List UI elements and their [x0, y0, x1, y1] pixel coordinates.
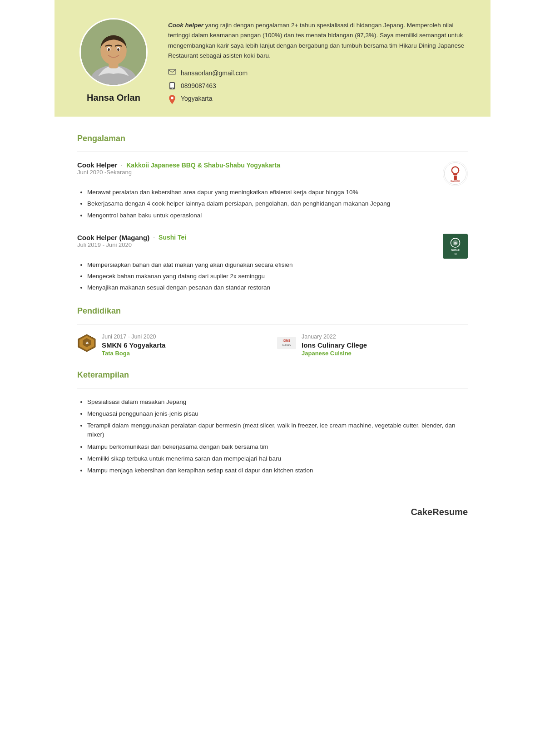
job-bullets-1: Merawat peralatan dan kebersihan area da… — [77, 188, 468, 220]
brand-logo: CakeResume — [411, 507, 468, 517]
phone-item: 0899087463 — [168, 82, 468, 90]
skill-item-1: Spesialisasi dalam masakan Jepang — [87, 398, 468, 407]
phone-value: 0899087463 — [181, 82, 216, 89]
job-bullet-1-2: Bekerjasama dengan 4 cook helper lainnya… — [87, 199, 468, 208]
main-content: Pengalaman Cook Helper · Kakkoii Japanes… — [54, 117, 490, 502]
job-logo-1: KAKKOII — [443, 161, 468, 186]
edu-major-1: Tata Boga — [102, 350, 165, 357]
skills-title: Keterampilan — [77, 370, 468, 380]
edu-school-2: Ions Culinary Cllege — [302, 341, 367, 349]
job-block-1: Cook Helper · Kakkoii Japanese BBQ & Sha… — [77, 161, 468, 220]
email-value: hansaorlan@gmail.com — [181, 69, 248, 77]
job-company-2: Sushi Tei — [159, 234, 186, 241]
edu-info-2: January 2022 Ions Culinary Cllege Japane… — [302, 334, 367, 357]
location-icon — [168, 94, 176, 103]
job-dot-1: · — [121, 162, 123, 169]
header-right: Cook helper yang rajin dengan pengalaman… — [168, 18, 468, 103]
job-bullet-1-1: Merawat peralatan dan kebersihan area da… — [87, 188, 468, 197]
skill-item-6: Mampu menjaga kebersihan dan kerapihan s… — [87, 466, 468, 475]
svg-text:TEI: TEI — [454, 252, 457, 255]
svg-text:Culinary: Culinary — [282, 344, 291, 346]
svg-rect-10 — [170, 83, 174, 88]
education-title: Pendidikan — [77, 306, 468, 316]
job-date-1: Juni 2020 -Sekarang — [77, 169, 280, 176]
job-title-line-2: Cook Helper (Magang) · Sushi Tei — [77, 234, 186, 241]
location-item: Yogyakarta — [168, 94, 468, 103]
brand-part2: Resume — [432, 507, 468, 517]
svg-point-7 — [117, 48, 119, 51]
job-title-area-1: Cook Helper · Kakkoii Japanese BBQ & Sha… — [77, 161, 280, 180]
person-name: Hansa Orlan — [87, 93, 140, 103]
job-header-2: Cook Helper (Magang) · Sushi Tei Juli 20… — [77, 234, 468, 259]
job-title-1: Cook Helper — [77, 161, 117, 169]
edu-block-2: IONS Culinary January 2022 Ions Culinary… — [277, 334, 468, 357]
job-bullet-2-3: Menyajikan makanan sesuai dengan pesanan… — [87, 283, 468, 292]
edu-block-1: ☘ Juni 2017 - Juni 2020 SMKN 6 Yogyakart… — [77, 334, 268, 357]
edu-school-1: SMKN 6 Yogyakarta — [102, 341, 165, 349]
experience-title: Pengalaman — [77, 134, 468, 143]
job-header-1: Cook Helper · Kakkoii Japanese BBQ & Sha… — [77, 161, 468, 186]
footer: CakeResume — [54, 502, 490, 526]
contact-list: hansaorlan@gmail.com 0899087463 — [168, 69, 468, 103]
svg-text:☘: ☘ — [85, 341, 89, 345]
job-block-2: Cook Helper (Magang) · Sushi Tei Juli 20… — [77, 234, 468, 293]
svg-text:SUSHI: SUSHI — [451, 249, 460, 251]
skills-list: Spesialisasi dalam masakan Jepang Mengua… — [77, 398, 468, 476]
skill-item-4: Mampu berkomunikasi dan bekerjasama deng… — [87, 442, 468, 452]
skill-item-5: Memiliki sikap terbuka untuk menerima sa… — [87, 454, 468, 463]
job-bullets-2: Mempersiapkan bahan dan alat makan yang … — [77, 260, 468, 293]
skills-divider — [77, 388, 468, 388]
edu-info-1: Juni 2017 - Juni 2020 SMKN 6 Yogyakarta … — [102, 334, 165, 357]
job-title-area-2: Cook Helper (Magang) · Sushi Tei Juli 20… — [77, 234, 186, 253]
education-grid: ☘ Juni 2017 - Juni 2020 SMKN 6 Yogyakart… — [77, 334, 468, 357]
brand-part1: Cake — [411, 507, 432, 517]
skills-section: Keterampilan Spesialisasi dalam masakan … — [77, 370, 468, 476]
header-section: Hansa Orlan Cook helper yang rajin denga… — [54, 0, 490, 117]
svg-rect-8 — [168, 69, 176, 74]
edu-date-2: January 2022 — [302, 334, 367, 340]
job-company-1: Kakkoii Japanese BBQ & Shabu-Shabu Yogya… — [126, 162, 280, 169]
education-divider — [77, 324, 468, 324]
skill-item-2: Menguasai penggunaan jenis-jenis pisau — [87, 409, 468, 418]
svg-text:KAKKOII: KAKKOII — [451, 180, 460, 182]
job-dot-2: · — [153, 234, 155, 241]
header-left: Hansa Orlan — [77, 18, 150, 103]
svg-text:寿: 寿 — [453, 242, 457, 245]
job-title-line-1: Cook Helper · Kakkoii Japanese BBQ & Sha… — [77, 161, 280, 169]
svg-rect-17 — [454, 176, 457, 180]
job-logo-2: 寿 SUSHI TEI — [443, 234, 468, 259]
phone-icon — [168, 82, 176, 90]
experience-divider — [77, 152, 468, 152]
summary-bold: Cook helper — [168, 22, 203, 29]
location-value: Yogyakarta — [181, 95, 213, 102]
job-date-2: Juli 2019 - Juni 2020 — [77, 241, 186, 248]
job-bullet-2-2: Mengecek bahan makanan yang datang dari … — [87, 272, 468, 281]
summary-rest: yang rajin dengan pengalaman 2+ tahun sp… — [168, 22, 464, 59]
avatar — [79, 18, 148, 86]
svg-text:IONS: IONS — [283, 339, 291, 342]
experience-section: Pengalaman Cook Helper · Kakkoii Japanes… — [77, 134, 468, 293]
job-title-2: Cook Helper (Magang) — [77, 234, 149, 241]
edu-major-2: Japanese Cuisine — [302, 350, 367, 357]
summary-text: Cook helper yang rajin dengan pengalaman… — [168, 20, 468, 61]
skill-item-3: Terampil dalam menggunakan peralatan dap… — [87, 421, 468, 440]
email-icon — [168, 69, 176, 77]
edu-date-1: Juni 2017 - Juni 2020 — [102, 334, 165, 340]
edu-logo-2: IONS Culinary — [277, 334, 296, 353]
svg-point-11 — [172, 88, 173, 89]
education-section: Pendidikan ☘ Juni 2017 - Juni 2020 SMKN … — [77, 306, 468, 357]
svg-point-6 — [108, 48, 110, 51]
svg-rect-16 — [453, 174, 457, 175]
job-bullet-2-1: Mempersiapkan bahan dan alat makan yang … — [87, 260, 468, 270]
svg-point-12 — [171, 97, 173, 99]
job-bullet-1-3: Mengontrol bahan baku untuk operasional — [87, 211, 468, 220]
edu-logo-1: ☘ — [77, 334, 96, 353]
email-item: hansaorlan@gmail.com — [168, 69, 468, 77]
